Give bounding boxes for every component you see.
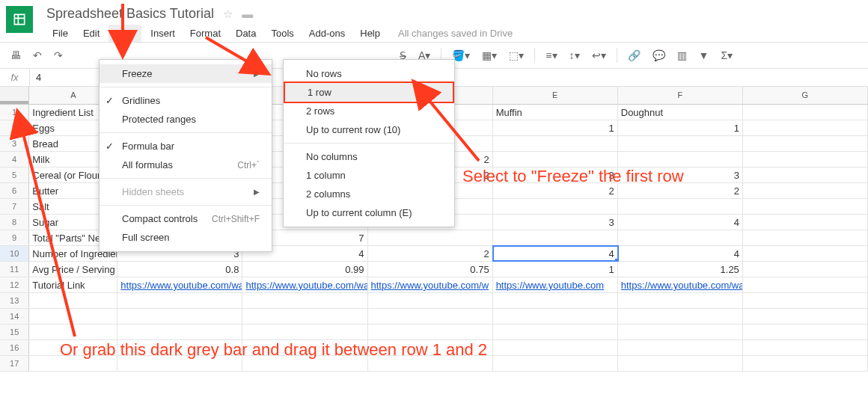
row-header[interactable]: 14 [0, 309, 29, 324]
row-header[interactable]: 16 [0, 340, 29, 355]
cell[interactable]: https://www.youtube.com/wa [242, 277, 367, 292]
cell[interactable]: Doughnut [618, 105, 743, 120]
menu-item-freeze[interactable]: Freeze ▶ [100, 64, 272, 83]
cell[interactable]: https://www.youtube.com/watch?v=itdza8kY… [618, 277, 743, 292]
fx-value[interactable]: 4 [30, 72, 41, 83]
col-header-f[interactable]: F [618, 87, 743, 104]
merge-icon[interactable]: ⬚▾ [504, 46, 528, 64]
cell[interactable] [493, 230, 618, 245]
row-header[interactable]: 12 [0, 277, 29, 292]
cell[interactable]: Muffin [493, 105, 618, 120]
row-header[interactable]: 17 [0, 356, 29, 371]
functions-icon[interactable]: Σ▾ [716, 46, 737, 64]
cell[interactable] [29, 325, 117, 339]
cell[interactable] [618, 152, 743, 167]
cell[interactable] [618, 325, 743, 339]
cell[interactable] [743, 183, 868, 198]
cell[interactable] [743, 293, 868, 308]
cell[interactable] [493, 340, 618, 355]
cell[interactable] [493, 309, 618, 324]
cell[interactable] [743, 199, 868, 214]
cell[interactable] [743, 262, 868, 277]
cell[interactable] [29, 293, 117, 308]
cell[interactable] [618, 199, 743, 214]
wrap-icon[interactable]: ↩▾ [587, 46, 611, 64]
redo-icon[interactable]: ↷ [49, 46, 67, 64]
cell[interactable] [743, 120, 868, 135]
cell[interactable] [493, 199, 618, 214]
cell[interactable]: 2 [493, 183, 618, 198]
print-icon[interactable]: 🖶 [6, 46, 25, 64]
cell[interactable]: 0.8 [117, 262, 242, 277]
cell[interactable]: 1 [493, 262, 618, 277]
cell[interactable] [743, 340, 868, 355]
cell[interactable]: 2 [618, 183, 743, 198]
menu-insert[interactable]: Insert [144, 25, 181, 42]
select-all-corner[interactable] [0, 87, 29, 104]
menu-addons[interactable]: Add-ons [303, 25, 351, 42]
cell[interactable] [117, 340, 242, 355]
freeze-2-rows[interactable]: 2 rows [284, 102, 454, 120]
sheets-logo[interactable] [6, 6, 33, 33]
row-header[interactable]: 7 [0, 199, 29, 214]
row-header[interactable]: 10 [0, 246, 29, 261]
cell[interactable] [117, 293, 242, 308]
cell[interactable] [743, 356, 868, 371]
cell[interactable]: 4 [493, 246, 618, 261]
cell[interactable]: 0.99 [242, 262, 367, 277]
freeze-1-col[interactable]: 1 column [284, 166, 454, 185]
menu-tools[interactable]: Tools [265, 25, 299, 42]
cell[interactable] [493, 136, 618, 151]
cell[interactable] [743, 230, 868, 245]
cell[interactable] [743, 309, 868, 324]
menu-edit[interactable]: Edit [77, 25, 106, 42]
row-header[interactable]: 13 [0, 293, 29, 308]
menu-file[interactable]: File [46, 25, 74, 42]
cell[interactable] [368, 230, 493, 245]
cell[interactable] [368, 340, 493, 355]
cell[interactable] [242, 356, 367, 371]
cell[interactable] [493, 152, 618, 167]
menu-item-fullscreen[interactable]: Full screen [100, 228, 272, 247]
row-header[interactable]: 5 [0, 167, 29, 182]
folder-icon[interactable]: ▬ [242, 7, 253, 20]
menu-item-formula-bar[interactable]: ✓ Formula bar [100, 137, 272, 156]
cell[interactable] [618, 309, 743, 324]
cell[interactable]: 2 [368, 246, 493, 261]
cell[interactable]: Avg Price / Serving [29, 262, 117, 277]
menu-item-all-formulas[interactable]: All formulas Ctrl+` [100, 156, 272, 174]
cell[interactable] [743, 136, 868, 151]
row-header[interactable]: 9 [0, 230, 29, 245]
cell[interactable] [743, 167, 868, 182]
cell[interactable] [368, 309, 493, 324]
cell[interactable] [29, 309, 117, 324]
cell[interactable]: 1 [618, 120, 743, 135]
menu-format[interactable]: Format [184, 25, 227, 42]
cell[interactable]: https://www.youtube.com [493, 277, 618, 292]
valign-icon[interactable]: ↕▾ [565, 46, 584, 64]
undo-icon[interactable]: ↶ [28, 46, 46, 64]
cell[interactable] [242, 309, 367, 324]
cell[interactable] [493, 293, 618, 308]
cell[interactable]: 0.75 [368, 262, 493, 277]
cell[interactable] [743, 152, 868, 167]
cell[interactable] [743, 105, 868, 120]
comment-icon[interactable]: 💬 [648, 46, 670, 64]
cell[interactable] [493, 325, 618, 339]
freeze-1-row[interactable]: 1 row [284, 81, 454, 103]
row-header[interactable]: 3 [0, 136, 29, 151]
cell[interactable]: 4 [618, 246, 743, 261]
menu-item-gridlines[interactable]: ✓ Gridlines [100, 91, 272, 110]
cell[interactable] [743, 246, 868, 261]
borders-icon[interactable]: ▦▾ [477, 46, 501, 64]
cell[interactable] [117, 356, 242, 371]
filter-icon[interactable]: ▼ [694, 46, 714, 64]
freeze-current-row[interactable]: Up to current row (10) [284, 120, 454, 139]
cell[interactable] [743, 215, 868, 230]
freeze-handle-bar[interactable] [0, 101, 28, 104]
cell[interactable]: https://www.youtube.com/wa [117, 277, 242, 292]
cell[interactable] [618, 356, 743, 371]
cell[interactable] [493, 356, 618, 371]
cell[interactable] [242, 340, 367, 355]
row-header[interactable]: 11 [0, 262, 29, 277]
